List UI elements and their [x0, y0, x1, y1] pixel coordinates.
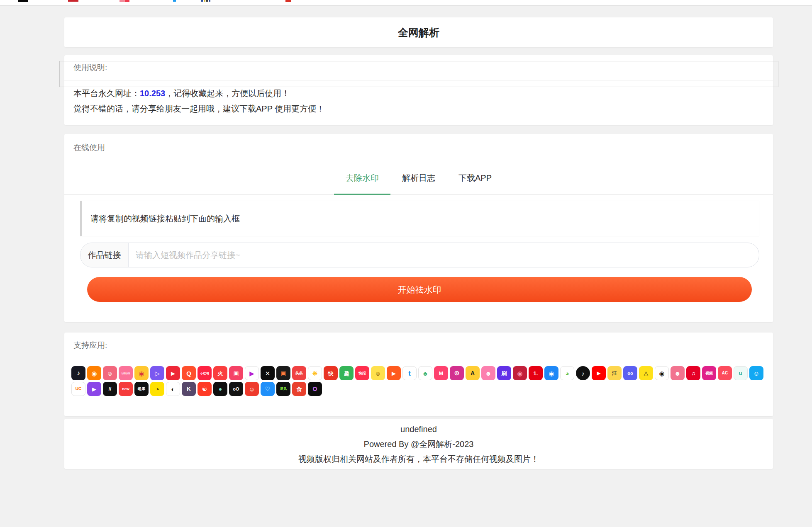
supported-apps-card: 支持应用: ♪◉☺bilibili◉▷▶Q小红书火▣▶✕▣头条❋快趣快报☺▶t♣…: [64, 333, 773, 416]
duxiaoshi-icon: oo: [623, 366, 637, 380]
favicon-fragment-black: [18, 0, 28, 2]
jianying-capcut-icon: ✕: [261, 366, 275, 380]
twitter-icon: t: [402, 366, 417, 380]
tencent-kandian-icon: ❋: [308, 366, 322, 380]
tabs-row: 去除水印 解析日志 下载APP: [64, 162, 773, 195]
instructions-line2: 觉得不错的话，请分享给朋友一起用哦，建议下载APP 使用更方便！: [73, 101, 764, 117]
new-app-icon: new: [119, 382, 133, 396]
netease-music-icon: ♫: [686, 366, 700, 380]
favicon-fragment-dot4: [209, 0, 210, 2]
swirl-ball-app-icon: ☯: [198, 382, 212, 396]
music-note-app-icon: ♪: [576, 366, 590, 380]
meitu-icon: M: [434, 366, 448, 380]
instructions-body: 本平台永久网址：10.253，记得收藏起来，方便以后使用！ 觉得不错的话，请分享…: [73, 86, 764, 117]
start-remove-watermark-button[interactable]: 开始祛水印: [87, 277, 752, 302]
online-use-card: 在线使用 去除水印 解析日志 下载APP 请将复制的视频链接粘贴到下面的输入框 …: [64, 134, 773, 322]
ghost-app-icon: ☺: [749, 366, 763, 380]
favicon-fragment-red: [68, 0, 78, 2]
link-input-row: 作品链接: [80, 243, 759, 267]
instagram-icon: ⊙: [450, 366, 464, 380]
footer-undefined-text: undefined: [64, 419, 773, 437]
supported-apps-header: 支持应用:: [73, 333, 107, 358]
instructions-header: 使用说明:: [73, 55, 107, 80]
yidian-zixun-icon: 1.: [529, 366, 543, 380]
changku-icon: 场库: [134, 382, 149, 396]
vue-vlog-icon: //: [103, 382, 117, 396]
link-input-label: 作品链接: [80, 243, 129, 267]
outline-box: [59, 61, 778, 87]
shuabao-icon: 刷: [497, 366, 511, 380]
purple-play-app-icon: ▶: [87, 382, 101, 396]
husky-app-icon: 汪: [607, 366, 622, 380]
kuaikan-video-icon: ▷: [150, 366, 164, 380]
k-app-icon: K: [182, 382, 196, 396]
favicon-fragment-dot1: [201, 0, 203, 2]
lvzhou-icon: ♣: [418, 366, 432, 380]
quduopai-icon: ◉: [544, 366, 558, 380]
video-link-input[interactable]: [129, 243, 759, 267]
toutiao-icon: 头条: [292, 366, 306, 380]
tab-parse-log[interactable]: 解析日志: [390, 162, 447, 194]
suike-video-icon: ▶: [245, 366, 259, 380]
kaiyan-eye-icon: ◉: [655, 366, 669, 380]
weibo-icon: ◉: [134, 366, 149, 380]
tab-download-app[interactable]: 下载APP: [447, 162, 503, 194]
xigua-video-icon: Q: [182, 366, 196, 380]
favicon-fragment-blue: [173, 0, 176, 2]
title-card: 全网解析: [64, 17, 773, 47]
supported-apps-icon-grid: ♪◉☺bilibili◉▷▶Q小红书火▣▶✕▣头条❋快趣快报☺▶t♣M⊙A☻刷◉…: [71, 366, 766, 396]
uc-browser-icon: UC: [71, 382, 85, 396]
tiantian-kuaibao-icon: 快报: [355, 366, 369, 380]
o-ring-app-icon: O: [308, 382, 322, 396]
teal-circle-app-icon: ●: [213, 382, 227, 396]
huoshan-video-icon: 火: [213, 366, 227, 380]
qutoutiao-icon: 趣: [339, 366, 354, 380]
li-video-icon: △: [639, 366, 653, 380]
haokan-video-icon: ▶: [387, 366, 401, 380]
hongguo-video-icon: ▶: [166, 366, 180, 380]
teal-bowl-app-icon: ∪: [734, 366, 748, 380]
zuiyou-icon: ☻: [481, 366, 495, 380]
favicon-fragment-pink: [119, 0, 124, 2]
stopwatch-app-icon: ◔: [150, 382, 164, 396]
pipi-gaoxiao-icon: ☻: [671, 366, 685, 380]
footer-powered-by: Powered By @全网解析-2023: [64, 437, 773, 452]
divider: [64, 358, 773, 358]
kaipai-icon: ▣: [276, 366, 290, 380]
aikan-video-icon: ◕: [560, 366, 574, 380]
bifeng-icon: 避风: [276, 382, 290, 396]
instructions-line1: 本平台永久网址：10.253，记得收藏起来，方便以后使用！: [73, 86, 764, 101]
tab-remove-watermark[interactable]: 去除水印: [334, 162, 390, 194]
googly-eyes-app-icon: oO: [229, 382, 243, 396]
permanent-url-link[interactable]: 10.253: [140, 89, 165, 98]
paste-tip-text: 请将复制的视频链接粘贴到下面的输入框: [90, 213, 240, 224]
shi-recipe-icon: 食: [292, 382, 306, 396]
browser-favicon-strip: [0, 0, 812, 6]
page: 全网解析 使用说明: 本平台永久网址：10.253，记得收藏起来，方便以后使用！…: [0, 0, 812, 527]
chick-app-icon: ☺: [371, 366, 385, 380]
dongchedi-icon: A: [466, 366, 480, 380]
heart-app-icon: ♡: [261, 382, 275, 396]
footer-copyright: 视频版权归相关网站及作者所有，本平台不存储任何视频及图片！: [64, 452, 773, 466]
xiaohongshu-icon: 小红书: [198, 366, 212, 380]
instructions-card: 使用说明: 本平台永久网址：10.253，记得收藏起来，方便以后使用！ 觉得不错…: [64, 55, 773, 125]
favicon-fragment-red2: [285, 0, 291, 2]
favicon-fragment-crimson: [124, 0, 129, 2]
camera-half-app-icon: ◐: [166, 382, 180, 396]
pipixia-icon: ☺: [103, 366, 117, 380]
online-use-header: 在线使用: [73, 134, 105, 161]
pipi-monkey-icon: ☺: [245, 382, 259, 396]
page-title: 全网解析: [64, 17, 773, 47]
favicon-fragment-dot3: [206, 0, 208, 2]
footer-card: undefined Powered By @全网解析-2023 视频版权归相关网…: [64, 419, 773, 469]
kuai-video-icon: 快: [324, 366, 338, 380]
acfun-icon: AC: [718, 366, 732, 380]
paste-tip-box: 请将复制的视频链接粘贴到下面的输入框: [80, 201, 759, 236]
weishi-icon: ▣: [229, 366, 243, 380]
douyin-icon: ♪: [71, 366, 85, 380]
youtube-icon: ▶: [592, 366, 606, 380]
shipin-app-icon: 视频: [702, 366, 716, 380]
favicon-fragment-dot2: [204, 0, 205, 2]
bilibili-icon: bilibili: [119, 366, 133, 380]
divider: [64, 80, 773, 80]
